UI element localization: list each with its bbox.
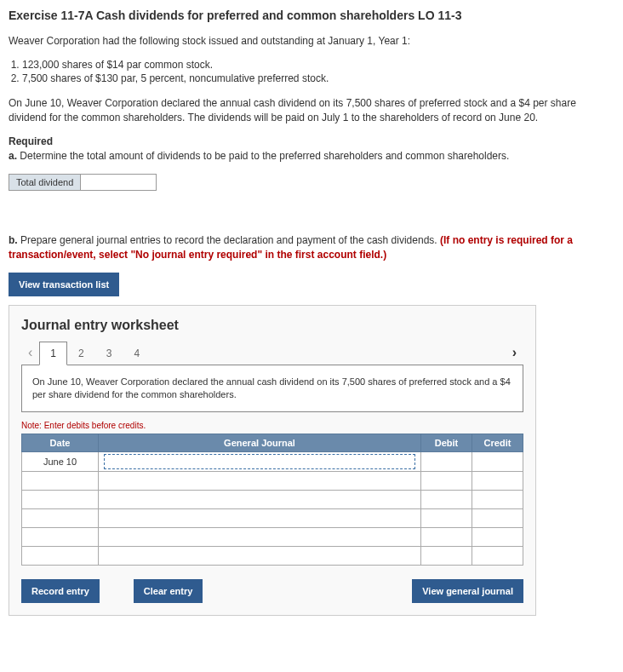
- debit-cell[interactable]: [421, 547, 472, 566]
- table-row: [22, 472, 523, 491]
- header-debit: Debit: [421, 434, 472, 452]
- debit-cell[interactable]: [421, 491, 472, 509]
- journal-worksheet: Journal entry worksheet ‹ 1 2 3 4 › On J…: [9, 305, 536, 617]
- credit-cell[interactable]: [472, 547, 523, 566]
- tab-2[interactable]: 2: [67, 342, 95, 365]
- chevron-left-icon[interactable]: ‹: [21, 345, 39, 360]
- account-cell[interactable]: [99, 547, 421, 566]
- tab-4[interactable]: 4: [123, 342, 151, 365]
- header-date: Date: [22, 434, 99, 452]
- total-dividend-input[interactable]: [80, 174, 157, 191]
- journal-entry-table: Date General Journal Debit Credit June 1…: [21, 434, 523, 566]
- clear-entry-button[interactable]: Clear entry: [134, 579, 203, 603]
- date-cell: [22, 472, 99, 491]
- date-cell: [22, 528, 99, 547]
- req-a-label: a.: [9, 150, 17, 162]
- debit-cell[interactable]: [421, 452, 472, 472]
- list-item: 123,000 shares of $14 par common stock.: [22, 59, 614, 71]
- debit-cell[interactable]: [421, 528, 472, 547]
- account-cell[interactable]: [99, 452, 421, 472]
- date-cell: [22, 547, 99, 566]
- date-cell: June 10: [22, 452, 99, 472]
- tab-3[interactable]: 3: [95, 342, 123, 365]
- chevron-right-icon[interactable]: ›: [506, 345, 523, 360]
- credit-cell[interactable]: [472, 509, 523, 528]
- credit-cell[interactable]: [472, 472, 523, 491]
- total-dividend-label: Total dividend: [9, 174, 80, 191]
- req-a-text: Determine the total amount of dividends …: [17, 150, 509, 162]
- debits-note: Note: Enter debits before credits.: [21, 421, 523, 430]
- worksheet-buttons: Record entry Clear entry View general jo…: [21, 579, 523, 603]
- tab-list: 1 2 3 4: [39, 342, 151, 365]
- record-entry-button[interactable]: Record entry: [21, 579, 100, 603]
- dividend-paragraph: On June 10, Weaver Corporation declared …: [9, 96, 614, 125]
- tab-description: On June 10, Weaver Corporation declared …: [21, 365, 523, 413]
- table-row: [22, 547, 523, 566]
- credit-cell[interactable]: [472, 528, 523, 547]
- account-cell[interactable]: [99, 528, 421, 547]
- view-general-journal-button[interactable]: View general journal: [412, 579, 523, 603]
- req-b-section: b. Prepare general journal entries to re…: [9, 233, 614, 262]
- header-general-journal: General Journal: [99, 434, 421, 452]
- debit-cell[interactable]: [421, 509, 472, 528]
- date-cell: [22, 509, 99, 528]
- view-transaction-list-button[interactable]: View transaction list: [9, 273, 119, 296]
- req-b-label: b.: [9, 234, 18, 246]
- account-cell[interactable]: [99, 472, 421, 491]
- req-b-text: Prepare general journal entries to recor…: [18, 234, 440, 246]
- account-cell[interactable]: [99, 491, 421, 509]
- worksheet-title: Journal entry worksheet: [21, 318, 523, 333]
- table-row: [22, 509, 523, 528]
- date-cell: [22, 491, 99, 509]
- table-row: [22, 491, 523, 509]
- required-label: Required: [9, 135, 53, 147]
- intro-text: Weaver Corporation had the following sto…: [9, 34, 614, 49]
- worksheet-nav: ‹ 1 2 3 4 ›: [21, 342, 523, 365]
- credit-cell[interactable]: [472, 491, 523, 509]
- header-credit: Credit: [472, 434, 523, 452]
- exercise-title: Exercise 11-7A Cash dividends for prefer…: [9, 9, 614, 22]
- stock-list: 123,000 shares of $14 par common stock. …: [22, 59, 614, 84]
- list-item: 7,500 shares of $130 par, 5 percent, non…: [22, 72, 614, 84]
- debit-cell[interactable]: [421, 472, 472, 491]
- account-cell[interactable]: [99, 509, 421, 528]
- required-section: Required a. Determine the total amount o…: [9, 135, 614, 164]
- credit-cell[interactable]: [472, 452, 523, 472]
- table-row: June 10: [22, 452, 523, 472]
- table-row: [22, 528, 523, 547]
- tab-1[interactable]: 1: [39, 342, 67, 365]
- total-dividend-row: Total dividend: [9, 174, 614, 191]
